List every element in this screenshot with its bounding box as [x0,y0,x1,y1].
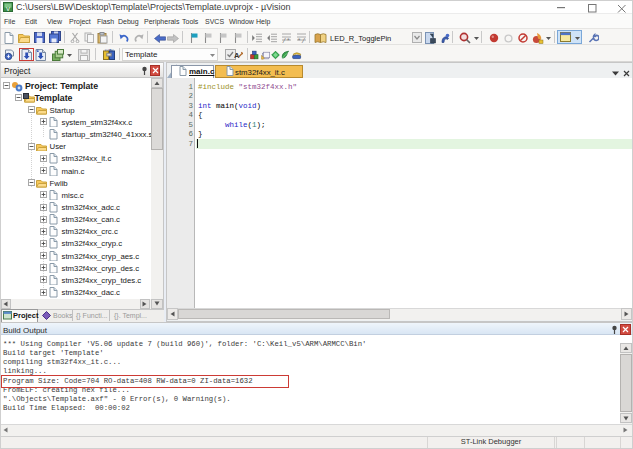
svg-text:/*: /* [282,37,290,44]
svg-text:*/: */ [297,37,305,44]
svg-text:LOAD: LOAD [105,49,114,52]
svg-text:V: V [6,6,10,12]
